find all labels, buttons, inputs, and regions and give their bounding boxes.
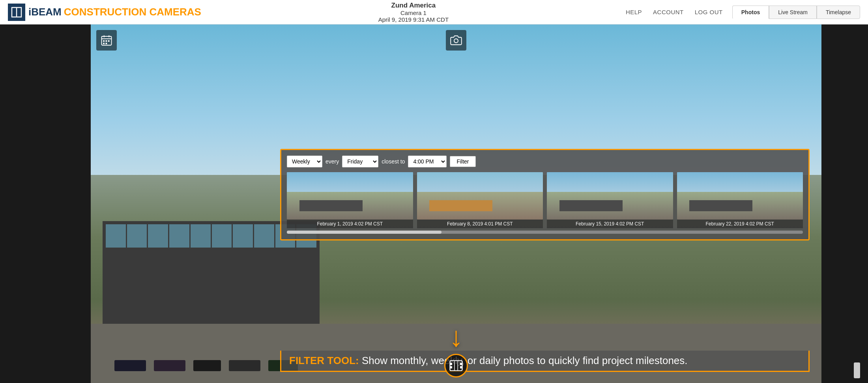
tab-photos[interactable]: Photos	[732, 6, 769, 19]
camera-icon	[450, 34, 462, 46]
left-panel	[0, 24, 91, 383]
help-link[interactable]: HELP	[626, 9, 642, 15]
thumb-img-2	[417, 172, 543, 220]
window	[191, 224, 211, 248]
thumb-building	[299, 200, 363, 211]
thumb-ground	[677, 192, 803, 220]
thumb-ground	[547, 192, 673, 220]
filmstrip-button[interactable]	[444, 354, 468, 377]
window	[127, 224, 147, 248]
thumb-building	[559, 200, 623, 211]
thumbnail-item-3[interactable]: February 15, 2019 4:02 PM CST	[547, 172, 673, 228]
car	[114, 360, 146, 371]
filter-tool-desc: Show monthly, weekly, or daily photos to…	[359, 355, 688, 366]
nav-links: HELP ACCOUNT LOG OUT	[626, 9, 723, 15]
logo-text: iBEAMCONSTRUCTION CAMERAS	[28, 6, 201, 18]
window	[233, 224, 253, 248]
logo-cc: CONSTRUCTION CAMERAS	[64, 6, 201, 18]
window	[148, 224, 168, 248]
camera-name: Camera 1	[378, 9, 449, 16]
center-info: Zund America Camera 1 April 9, 2019 9:31…	[378, 2, 449, 23]
ibeam-logo-icon	[10, 6, 23, 19]
right-panel	[821, 24, 868, 383]
time-select[interactable]: 4:00 PM 8:00 AM 12:00 PM	[408, 156, 447, 167]
frequency-select[interactable]: Weekly Monthly Daily	[287, 156, 322, 167]
thumbnail-item-1[interactable]: February 1, 2019 4:02 PM CST	[287, 172, 413, 228]
camera-area: ◀ ▶ Weekly Monthly Daily every Friday Mo…	[91, 24, 821, 383]
calendar-button[interactable]	[96, 30, 117, 51]
svg-rect-15	[460, 363, 462, 365]
scroll-bar[interactable]	[287, 231, 803, 234]
logout-link[interactable]: LOG OUT	[695, 9, 723, 15]
thumb-img-3	[547, 172, 673, 220]
header: iBEAMCONSTRUCTION CAMERAS Zund America C…	[0, 0, 868, 24]
svg-rect-9	[103, 43, 105, 44]
car	[229, 360, 260, 371]
filter-tool-bold: FILTER TOOL:	[289, 355, 359, 366]
car	[154, 360, 185, 371]
thumbnail-item-2[interactable]: February 8, 2019 4:01 PM CST	[417, 172, 543, 228]
company-name: Zund America	[378, 2, 449, 9]
svg-rect-14	[450, 366, 452, 368]
svg-point-11	[454, 39, 458, 43]
filter-panel: Weekly Monthly Daily every Friday Monday…	[280, 149, 810, 240]
viewer-wrapper: ◀ ▶ Weekly Monthly Daily every Friday Mo…	[0, 24, 868, 383]
day-select[interactable]: Friday Monday Tuesday	[342, 156, 378, 167]
thumb-caption-3: February 15, 2019 4:02 PM CST	[547, 220, 673, 228]
thumb-caption-1: February 1, 2019 4:02 PM CST	[287, 220, 413, 228]
logo-box	[8, 4, 25, 21]
svg-rect-12	[450, 360, 462, 371]
thumb-sky	[287, 172, 413, 193]
window	[169, 224, 189, 248]
thumb-sky	[417, 172, 543, 193]
thumb-ground	[287, 192, 413, 220]
camera-snapshot-button[interactable]	[446, 30, 466, 51]
day-label: every	[326, 158, 339, 165]
account-link[interactable]: ACCOUNT	[653, 9, 684, 15]
scroll-bar-thumb[interactable]	[287, 231, 441, 234]
svg-rect-7	[106, 40, 107, 42]
header-right: HELP ACCOUNT LOG OUT Photos Live Stream …	[626, 6, 860, 19]
thumb-sky	[677, 172, 803, 193]
arrow-down-icon: ↓	[449, 323, 463, 351]
tab-livestream[interactable]: Live Stream	[769, 6, 817, 19]
thumb-img-4	[677, 172, 803, 220]
thumb-img-1	[287, 172, 413, 220]
filter-tool-annotation: FILTER TOOL: Show monthly, weekly, or da…	[280, 351, 810, 372]
logo-area: iBEAMCONSTRUCTION CAMERAS	[8, 4, 201, 21]
date-time: April 9, 2019 9:31 AM CDT	[378, 16, 449, 23]
tab-timelapse[interactable]: Timelapse	[817, 6, 860, 19]
thumb-caption-4: February 22, 2019 4:02 PM CST	[677, 220, 803, 228]
time-label: closest to	[382, 158, 405, 165]
slider-thumb[interactable]	[854, 362, 860, 378]
thumbnail-item-4[interactable]: February 22, 2019 4:02 PM CST	[677, 172, 803, 228]
svg-rect-16	[460, 366, 462, 368]
logo-ibeam: iBEAM	[28, 6, 62, 18]
svg-rect-8	[108, 40, 110, 42]
thumb-building	[429, 200, 492, 211]
thumb-sky	[547, 172, 673, 193]
filter-tool-label: FILTER TOOL: Show monthly, weekly, or da…	[289, 355, 688, 366]
tabs-area: Photos Live Stream Timelapse	[732, 6, 860, 19]
svg-rect-10	[106, 43, 107, 44]
film-icon	[449, 359, 463, 372]
svg-rect-6	[103, 40, 105, 42]
window	[254, 224, 274, 248]
filter-button[interactable]: Filter	[450, 156, 475, 167]
thumb-caption-2: February 8, 2019 4:01 PM CST	[417, 220, 543, 228]
thumb-building	[689, 200, 752, 211]
window	[212, 224, 232, 248]
thumbnails-strip: February 1, 2019 4:02 PM CST February 8,…	[287, 172, 803, 228]
thumb-ground	[417, 192, 543, 220]
window	[106, 224, 126, 248]
car	[193, 360, 221, 371]
filter-controls: Weekly Monthly Daily every Friday Monday…	[287, 156, 803, 167]
calendar-icon	[101, 34, 112, 46]
svg-rect-13	[450, 363, 452, 365]
